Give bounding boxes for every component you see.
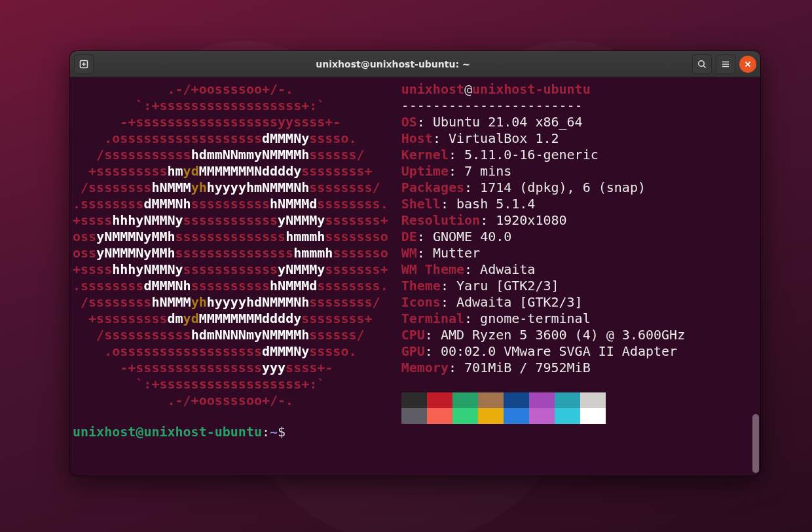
neofetch-value: : 7 mins	[449, 163, 511, 179]
prompt-host: unixhost-ubuntu	[143, 424, 262, 440]
neofetch-value: : 00:02.0 VMware SVGA II Adapter	[425, 343, 677, 359]
palette-swatch	[401, 408, 427, 424]
palette-swatch	[580, 408, 606, 424]
palette-swatch	[529, 408, 555, 424]
neofetch-info: unixhost@unixhost-ubuntu ---------------…	[401, 81, 758, 424]
neofetch-label: OS	[401, 114, 417, 130]
neofetch-label: GPU	[401, 343, 425, 359]
close-button[interactable]	[739, 56, 756, 73]
palette-row	[401, 408, 758, 424]
neofetch-value: : AMD Ryzen 5 3600 (4) @ 3.600GHz	[425, 327, 685, 343]
neofetch-value: : GNOME 40.0	[417, 229, 512, 244]
neofetch-label: Memory	[401, 360, 449, 375]
prompt-user: unixhost	[73, 424, 136, 440]
search-button[interactable]	[692, 54, 712, 74]
neofetch-ascii-logo: .-/+oossssoo+/-. `:+ssssssssssssssssss+:…	[73, 81, 401, 424]
terminal-window: unixhost@unixhost-ubuntu: ~ .-/+oos	[70, 51, 760, 476]
neofetch-label: Packages	[401, 180, 464, 195]
scrollbar-thumb[interactable]	[752, 414, 759, 473]
svg-point-3	[699, 60, 704, 66]
neofetch-value: : 701MiB / 7952MiB	[449, 360, 591, 375]
neofetch-value: : bash 5.1.4	[441, 196, 536, 212]
neofetch-value: : 1920x1080	[480, 212, 566, 228]
neofetch-value: : Ubuntu 21.04 x86_64	[417, 114, 583, 130]
prompt-sep: :	[262, 424, 270, 440]
svg-line-4	[703, 66, 705, 67]
palette-swatch	[401, 392, 427, 408]
neofetch-label: Kernel	[401, 147, 449, 162]
palette-swatch	[504, 392, 529, 408]
neofetch-label: Resolution	[401, 212, 480, 228]
palette-swatch	[478, 392, 504, 408]
palette-swatch	[478, 408, 504, 424]
new-tab-button[interactable]	[74, 54, 94, 74]
neofetch-label: Icons	[401, 294, 441, 310]
neofetch-value: : 1714 (dpkg), 6 (snap)	[464, 180, 646, 195]
neofetch-label: Uptime	[401, 163, 449, 179]
neofetch-value: : Yaru [GTK2/3]	[441, 278, 559, 294]
color-palette	[401, 392, 758, 424]
hamburger-menu-button[interactable]	[716, 54, 735, 74]
palette-swatch	[427, 408, 452, 424]
neofetch-host: unixhost-ubuntu	[472, 81, 591, 97]
neofetch-label: WM Theme	[401, 261, 464, 277]
neofetch-value: : 5.11.0-16-generic	[449, 147, 599, 162]
palette-swatch	[504, 408, 529, 424]
palette-swatch	[580, 392, 606, 408]
palette-swatch	[555, 392, 580, 408]
neofetch-label: Theme	[401, 278, 441, 294]
prompt-symbol: $	[278, 424, 286, 440]
palette-swatch	[555, 408, 580, 424]
neofetch-label: WM	[401, 245, 417, 261]
neofetch-label: DE	[401, 229, 417, 244]
neofetch-value: : Mutter	[417, 245, 480, 261]
neofetch-value: : VirtualBox 1.2	[433, 130, 559, 146]
shell-prompt[interactable]: unixhost@unixhost-ubuntu:~$	[73, 424, 758, 440]
window-title: unixhost@unixhost-ubuntu: ~	[98, 59, 688, 69]
titlebar[interactable]: unixhost@unixhost-ubuntu: ~	[70, 51, 760, 77]
neofetch-label: Shell	[401, 196, 441, 212]
palette-swatch	[452, 408, 478, 424]
neofetch-user: unixhost	[401, 81, 464, 97]
neofetch-label: Host	[401, 130, 433, 146]
neofetch-value: : Adwaita [GTK2/3]	[441, 294, 583, 310]
prompt-cwd: ~	[270, 424, 278, 440]
neofetch-separator: -----------------------	[401, 98, 583, 113]
neofetch-label: Terminal	[401, 311, 464, 326]
palette-swatch	[452, 392, 478, 408]
terminal-viewport[interactable]: .-/+oossssoo+/-. `:+ssssssssssssssssss+:…	[70, 77, 760, 476]
neofetch-value: : Adwaita	[464, 261, 535, 277]
palette-swatch	[529, 392, 555, 408]
neofetch-value: : gnome-terminal	[464, 311, 591, 326]
neofetch-label: CPU	[401, 327, 425, 343]
palette-swatch	[427, 392, 452, 408]
palette-row	[401, 392, 758, 408]
prompt-at: @	[136, 424, 143, 440]
